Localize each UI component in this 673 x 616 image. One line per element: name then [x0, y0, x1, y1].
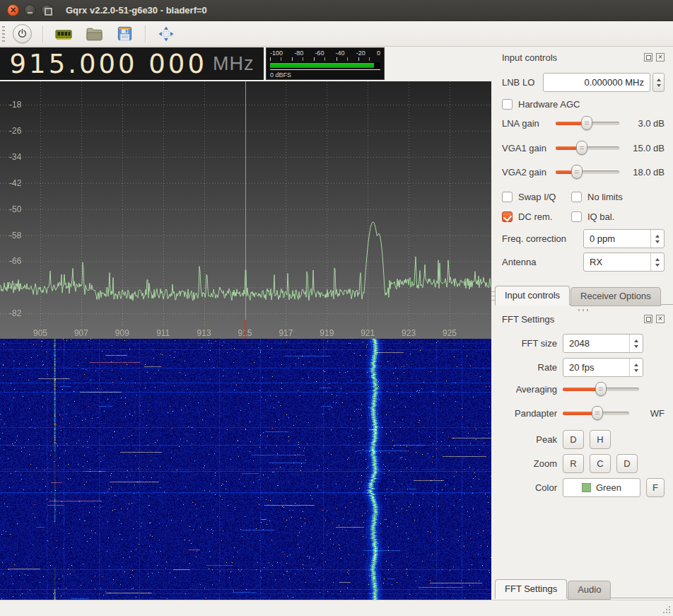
vga1-gain-value: 15.0 dB — [633, 143, 665, 153]
no-limits-checkbox[interactable] — [571, 192, 582, 202]
open-file-button[interactable] — [83, 23, 105, 45]
slider-handle[interactable] — [576, 141, 587, 155]
waterfall-canvas[interactable] — [0, 339, 491, 600]
zoom-row: Zoom RCD — [502, 454, 665, 473]
lnb-lo-label: LNB LO — [502, 77, 543, 88]
spin-arrows[interactable] — [650, 230, 664, 248]
vga2-gain-value: 18.0 dB — [633, 167, 665, 178]
vga2-gain-label: VGA2 gain — [502, 167, 556, 178]
dock-splitter-dots[interactable] — [578, 309, 590, 311]
tab-receiver-options[interactable]: Receiver Options — [570, 287, 661, 306]
pan-view-button[interactable] — [156, 23, 177, 45]
meter-caption: 0 dBFS — [270, 71, 380, 79]
zoom-button-d[interactable]: D — [616, 454, 638, 473]
frequency-value[interactable]: 915.000 000 — [10, 49, 207, 79]
fft-size-value[interactable]: 2048 — [563, 338, 629, 349]
vga1-gain-slider[interactable] — [556, 141, 619, 155]
fft-audio-tab-bar: FFT SettingsAudio — [495, 579, 673, 598]
combo-arrows[interactable] — [650, 253, 664, 271]
spin-up-icon[interactable] — [657, 79, 661, 81]
dc-rem-checkbox[interactable] — [502, 211, 513, 222]
lnb-lo-spinbox[interactable]: 0.000000 MHz — [543, 73, 650, 92]
lna-gain-value: 3.0 dB — [638, 118, 665, 129]
color-value[interactable]: Green — [596, 482, 621, 493]
antenna-combobox[interactable]: RX — [583, 252, 665, 272]
zoom-button-r[interactable]: R — [563, 454, 584, 473]
meter-tick-label: -60 — [315, 50, 324, 57]
no-limits-label: No limits — [587, 192, 623, 202]
fft-size-combobox[interactable]: 2048 — [563, 334, 643, 353]
zoom-buttons: RCD — [563, 454, 643, 473]
resize-grip[interactable] — [662, 605, 671, 614]
pandapter-label: Pandapter — [502, 408, 557, 419]
vga2-gain-slider[interactable] — [556, 165, 619, 179]
dock-close-icon[interactable] — [656, 315, 665, 323]
pandapter-wf-slider[interactable] — [563, 406, 629, 420]
freq-correction-value[interactable]: 0 ppm — [584, 233, 650, 244]
lnb-lo-value[interactable]: 0.000000 MHz — [544, 77, 650, 88]
maximize-button[interactable] — [41, 4, 53, 16]
title-bar[interactable]: Gqrx v2.2.0-51-g6e30 - bladerf=0 — [0, 0, 673, 21]
save-icon — [117, 25, 133, 42]
toolbar-separator — [42, 25, 43, 42]
lna-gain-row: LNA gain 3.0 dB — [502, 116, 665, 130]
frequency-display[interactable]: 915.000 000 MHz — [0, 47, 264, 80]
tab-fft-settings[interactable]: FFT Settings — [495, 579, 567, 599]
rate-value[interactable]: 20 fps — [563, 362, 629, 373]
averaging-row: Averaging — [502, 382, 665, 396]
hardware-agc-checkbox[interactable] — [502, 99, 513, 110]
dock-float-icon[interactable] — [644, 315, 652, 323]
meter-tick-label: 0 — [377, 50, 380, 57]
toolbar-drag-handle[interactable] — [2, 26, 5, 42]
meter-ticks — [270, 57, 380, 61]
lna-gain-slider[interactable] — [556, 116, 619, 130]
slider-handle[interactable] — [595, 382, 607, 396]
tab-audio[interactable]: Audio — [568, 581, 611, 600]
meter-bar-track — [270, 62, 380, 69]
swap-iq-label: Swap I/Q — [518, 192, 556, 202]
combo-arrows[interactable] — [629, 335, 643, 352]
meter-baseline — [270, 69, 380, 70]
spin-down-icon[interactable] — [657, 84, 661, 87]
tab-input-controls[interactable]: Input controls — [495, 286, 570, 306]
iq-bal-checkbox[interactable] — [571, 211, 582, 222]
control-tab-bar: Input controlsReceiver Options — [495, 285, 673, 305]
rate-label: Rate — [502, 362, 557, 373]
dock-float-icon[interactable] — [644, 53, 652, 62]
color-swatch — [582, 483, 591, 492]
slider-handle[interactable] — [571, 165, 583, 179]
io-config-button[interactable] — [53, 23, 74, 45]
minimize-button[interactable] — [24, 4, 36, 16]
folder-icon — [86, 26, 103, 42]
fft-size-label: FFT size — [502, 338, 557, 349]
rate-row: Rate 20 fps — [502, 358, 665, 377]
hardware-agc-label: Hardware AGC — [518, 99, 580, 110]
hardware-agc-row: Hardware AGC — [502, 98, 665, 110]
color-combobox[interactable]: Green — [563, 478, 640, 497]
power-button[interactable] — [11, 23, 33, 45]
dock-close-icon[interactable] — [656, 53, 665, 62]
meter-level-bar — [270, 63, 374, 68]
vga2-gain-row: VGA2 gain 18.0 dB — [502, 165, 665, 179]
save-file-button[interactable] — [114, 23, 135, 45]
toolbar-separator — [145, 25, 146, 42]
rate-combobox[interactable]: 20 fps — [563, 358, 643, 377]
freq-correction-spinbox[interactable]: 0 ppm — [583, 229, 665, 248]
swap-iq-checkbox[interactable] — [502, 192, 513, 202]
peak-button-h[interactable]: H — [590, 430, 611, 449]
slider-handle[interactable] — [592, 406, 603, 420]
meter-tick-label: -40 — [336, 50, 345, 57]
combo-arrows[interactable] — [629, 359, 643, 376]
color-label: Color — [502, 482, 557, 493]
antenna-label: Antenna — [502, 257, 536, 267]
input-controls-dock-header: Input controls — [502, 51, 665, 64]
peak-button-d[interactable]: D — [563, 430, 584, 449]
fft-plot-canvas[interactable] — [0, 81, 491, 339]
close-button[interactable] — [7, 4, 19, 16]
lnb-lo-spin-buttons[interactable] — [652, 73, 665, 92]
zoom-button-c[interactable]: C — [590, 454, 611, 473]
fill-button[interactable]: F — [646, 478, 665, 497]
antenna-value[interactable]: RX — [584, 257, 650, 267]
averaging-slider[interactable] — [563, 382, 639, 396]
slider-handle[interactable] — [581, 116, 592, 130]
